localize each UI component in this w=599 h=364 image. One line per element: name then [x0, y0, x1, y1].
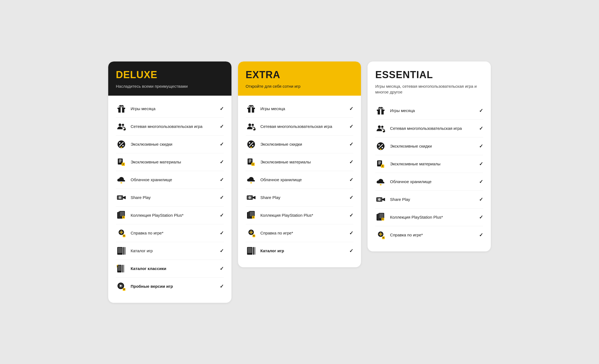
feature-label-extra-0: Игры месяца — [260, 106, 346, 111]
card-essential-title: ESSENTIAL — [375, 69, 483, 81]
materials-icon: + — [375, 158, 386, 169]
shareplay-icon — [116, 192, 127, 203]
feature-label-extra-7: Справка по игре* — [260, 230, 346, 236]
cloud-icon: + — [116, 174, 127, 185]
card-deluxe-title: DELUXE — [116, 69, 224, 81]
gift-icon — [375, 105, 386, 116]
feature-check-deluxe-10: ✓ — [220, 283, 224, 289]
card-extra-subtitle: Откройте для себя сотни игр — [246, 83, 354, 89]
feature-row-essential-4: + Облачное хранилище✓ — [375, 173, 483, 191]
feature-label-essential-6: Коллекция PlayStation Plus* — [390, 215, 475, 220]
feature-label-deluxe-5: Share Play — [131, 195, 216, 200]
gift-icon — [116, 103, 127, 114]
feature-check-essential-0: ✓ — [479, 108, 483, 114]
card-essential-header: ESSENTIALИгры месяца, сетевая многопольз… — [368, 61, 491, 98]
hint-icon: + — [246, 228, 257, 239]
svg-text:+: + — [253, 234, 255, 237]
discount-icon — [116, 139, 127, 150]
svg-text:+: + — [121, 180, 122, 182]
feature-label-essential-1: Сетевая многопользовательская игра — [390, 126, 475, 131]
feature-label-deluxe-3: Эксклюзивные материалы — [131, 159, 216, 165]
svg-rect-44 — [122, 265, 123, 272]
svg-text:+: + — [380, 181, 381, 184]
feature-check-deluxe-0: ✓ — [220, 106, 224, 112]
feature-check-extra-2: ✓ — [349, 141, 353, 147]
card-essential: ESSENTIALИгры месяца, сетевая многопольз… — [368, 61, 491, 251]
feature-check-essential-5: ✓ — [479, 196, 483, 202]
svg-rect-18 — [119, 161, 122, 161]
classics-icon: PA CO — [116, 263, 127, 274]
feature-label-essential-2: Эксклюзивные скидки — [390, 143, 475, 149]
svg-text:+: + — [123, 216, 124, 219]
svg-rect-95 — [255, 247, 255, 255]
feature-label-extra-8: Каталог игр — [260, 248, 346, 254]
svg-rect-94 — [253, 247, 254, 255]
feature-check-essential-6: ✓ — [479, 214, 483, 220]
svg-text:+: + — [123, 287, 125, 291]
feature-check-extra-5: ✓ — [349, 195, 353, 201]
feature-check-extra-8: ✓ — [349, 248, 353, 254]
feature-label-essential-3: Эксклюзивные материалы — [390, 161, 475, 167]
svg-text:CO: CO — [117, 266, 118, 268]
feature-row-extra-7: + Справка по игре*✓ — [246, 224, 354, 242]
svg-text:+: + — [252, 216, 254, 219]
svg-point-110 — [382, 147, 383, 148]
svg-point-104 — [378, 125, 381, 128]
feature-row-deluxe-2: Эксклюзивные скидки✓ — [116, 136, 224, 153]
svg-rect-45 — [124, 265, 124, 272]
feature-label-deluxe-8: Каталог игр — [131, 248, 216, 254]
svg-point-27 — [119, 197, 121, 198]
feature-label-deluxe-2: Эксклюзивные скидки — [131, 142, 216, 147]
svg-point-67 — [249, 142, 250, 143]
svg-rect-93 — [248, 248, 252, 253]
card-extra-header: EXTRAОткройте для себя сотни игр — [238, 61, 361, 96]
svg-rect-15 — [121, 147, 122, 148]
feature-label-extra-2: Эксклюзивные скидки — [260, 142, 346, 147]
feature-check-extra-0: ✓ — [349, 106, 353, 112]
feature-label-deluxe-1: Сетевая многопользовательская игра — [131, 124, 216, 129]
feature-label-extra-1: Сетевая многопользовательская игра — [260, 124, 346, 129]
feature-row-deluxe-4: + Облачное хранилище✓ — [116, 171, 224, 189]
feature-label-deluxe-9: Каталог классики — [131, 266, 216, 271]
feature-label-extra-5: Share Play — [260, 195, 346, 200]
cloud-icon: + — [246, 174, 257, 185]
feature-label-essential-4: Облачное хранилище — [390, 179, 475, 184]
feature-row-extra-2: Эксклюзивные скидки✓ — [246, 136, 354, 153]
feature-row-extra-0: Игры месяца✓ — [246, 100, 354, 118]
trial-icon: + — [116, 281, 127, 292]
feature-row-extra-3: + Эксклюзивные материалы✓ — [246, 153, 354, 171]
feature-row-extra-5: Share Play✓ — [246, 189, 354, 207]
hint-icon: + — [375, 230, 386, 240]
feature-check-essential-7: ✓ — [479, 232, 483, 238]
svg-rect-76 — [250, 182, 252, 183]
feature-row-deluxe-0: Игры месяца✓ — [116, 100, 224, 118]
svg-text:+: + — [250, 180, 252, 182]
svg-rect-113 — [378, 162, 381, 162]
collection-icon: + — [246, 210, 257, 221]
feature-label-extra-3: Эксклюзивные материалы — [260, 159, 346, 165]
feature-check-deluxe-8: ✓ — [220, 248, 224, 254]
svg-rect-39 — [118, 248, 122, 253]
svg-point-81 — [249, 197, 250, 198]
feature-label-deluxe-10: Пробные версии игр — [131, 284, 216, 289]
multiplayer-icon — [116, 121, 127, 132]
feature-check-essential-2: ✓ — [479, 143, 483, 149]
feature-row-deluxe-10: + Пробные версии игр✓ — [116, 278, 224, 295]
svg-rect-43 — [118, 265, 121, 271]
feature-row-deluxe-1: Сетевая многопользовательская игра✓ — [116, 118, 224, 136]
feature-row-deluxe-7: + Справка по игре*✓ — [116, 224, 224, 242]
discount-icon — [375, 141, 386, 152]
svg-text:+: + — [382, 165, 383, 168]
feature-label-extra-6: Коллекция PlayStation Plus* — [260, 213, 346, 218]
hint-icon: + — [116, 228, 127, 239]
feature-label-deluxe-6: Коллекция PlayStation Plus* — [131, 213, 216, 218]
cloud-icon: + — [375, 176, 386, 187]
feature-check-extra-3: ✓ — [349, 159, 353, 165]
svg-point-123 — [379, 199, 380, 200]
feature-row-essential-0: Игры месяца✓ — [375, 102, 483, 120]
feature-label-deluxe-7: Справка по игре* — [131, 230, 216, 236]
svg-text:+: + — [382, 218, 384, 221]
feature-row-essential-3: + Эксклюзивные материалы✓ — [375, 155, 483, 173]
svg-rect-71 — [249, 160, 251, 160]
feature-label-essential-7: Справка по игре* — [390, 232, 475, 238]
